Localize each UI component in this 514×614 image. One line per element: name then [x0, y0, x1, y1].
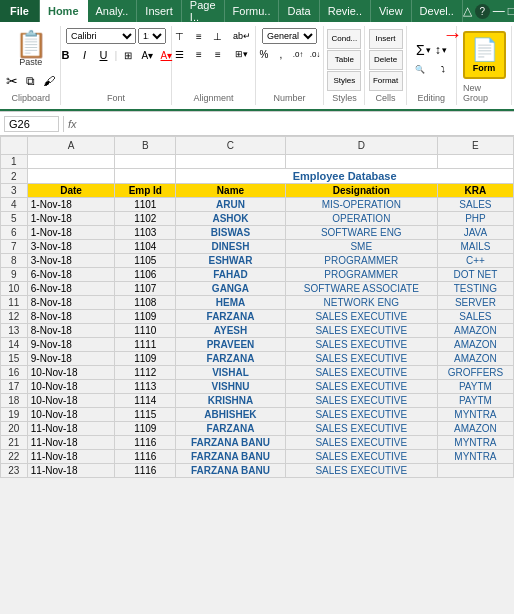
cell-id-23[interactable]: 1116: [115, 464, 176, 478]
cell-id-16[interactable]: 1112: [115, 366, 176, 380]
cell-id-11[interactable]: 1108: [115, 296, 176, 310]
cell-desig-13[interactable]: SALES EXECUTIVE: [285, 324, 437, 338]
cell-id-12[interactable]: 1109: [115, 310, 176, 324]
cell-name-23[interactable]: FARZANA BANU: [176, 464, 286, 478]
cell-id-14[interactable]: 1111: [115, 338, 176, 352]
cell-date-19[interactable]: 10-Nov-18: [27, 408, 115, 422]
cell-id-5[interactable]: 1102: [115, 212, 176, 226]
cell-date-17[interactable]: 10-Nov-18: [27, 380, 115, 394]
cell-date-7[interactable]: 3-Nov-18: [27, 240, 115, 254]
cell-id-7[interactable]: 1104: [115, 240, 176, 254]
cell-c1[interactable]: [176, 155, 286, 169]
font-size-select[interactable]: 11: [138, 28, 166, 44]
cell-name-14[interactable]: PRAVEEN: [176, 338, 286, 352]
cell-name-7[interactable]: DINESH: [176, 240, 286, 254]
align-middle-button[interactable]: ≡: [190, 28, 208, 44]
cell-desig-15[interactable]: SALES EXECUTIVE: [285, 352, 437, 366]
cell-date-4[interactable]: 1-Nov-18: [27, 198, 115, 212]
cell-date-21[interactable]: 11-Nov-18: [27, 436, 115, 450]
bold-button[interactable]: B: [56, 46, 74, 64]
cell-desig-8[interactable]: PROGRAMMER: [285, 254, 437, 268]
cell-name-4[interactable]: ARUN: [176, 198, 286, 212]
tab-review[interactable]: Revie..: [320, 0, 371, 22]
cell-kra-12[interactable]: SALES: [437, 310, 513, 324]
italic-button[interactable]: I: [75, 46, 93, 64]
paste-button[interactable]: 📋 Paste: [10, 28, 52, 70]
cell-id-17[interactable]: 1113: [115, 380, 176, 394]
underline-button[interactable]: U: [94, 46, 112, 64]
cell-desig-5[interactable]: OPERATION: [285, 212, 437, 226]
cell-kra-5[interactable]: PHP: [437, 212, 513, 226]
cell-date-8[interactable]: 3-Nov-18: [27, 254, 115, 268]
decrease-decimal-button[interactable]: .0↓: [307, 46, 323, 62]
ribbon-icon-minimize[interactable]: —: [493, 4, 505, 18]
border-button[interactable]: ⊞: [119, 46, 137, 64]
align-right-button[interactable]: ≡: [209, 46, 227, 62]
cell-id-4[interactable]: 1101: [115, 198, 176, 212]
header-date[interactable]: Date: [27, 184, 115, 198]
cell-id-19[interactable]: 1115: [115, 408, 176, 422]
cell-a2[interactable]: [27, 169, 115, 184]
col-header-d[interactable]: D: [285, 137, 437, 155]
cell-name-15[interactable]: FARZANA: [176, 352, 286, 366]
cell-name-16[interactable]: VISHAL: [176, 366, 286, 380]
cell-kra-8[interactable]: C++: [437, 254, 513, 268]
cell-d1[interactable]: [285, 155, 437, 169]
cell-kra-7[interactable]: MAILS: [437, 240, 513, 254]
cell-kra-4[interactable]: SALES: [437, 198, 513, 212]
tab-data[interactable]: Data: [279, 0, 319, 22]
cell-name-21[interactable]: FARZANA BANU: [176, 436, 286, 450]
cell-id-22[interactable]: 1116: [115, 450, 176, 464]
cell-id-13[interactable]: 1110: [115, 324, 176, 338]
cell-kra-14[interactable]: AMAZON: [437, 338, 513, 352]
col-header-a[interactable]: A: [27, 137, 115, 155]
cell-name-22[interactable]: FARZANA BANU: [176, 450, 286, 464]
align-top-button[interactable]: ⊤: [171, 28, 189, 44]
header-kra[interactable]: KRA: [437, 184, 513, 198]
header-empid[interactable]: Emp Id: [115, 184, 176, 198]
cell-name-10[interactable]: GANGA: [176, 282, 286, 296]
fill-color-button[interactable]: A▾: [138, 46, 156, 64]
format-cells-button[interactable]: Format: [369, 71, 403, 91]
cell-name-6[interactable]: BISWAS: [176, 226, 286, 240]
delete-cells-button[interactable]: Delete: [369, 50, 403, 70]
comma-button[interactable]: ,: [273, 46, 289, 62]
tab-view[interactable]: View: [371, 0, 412, 22]
align-bottom-button[interactable]: ⊥: [209, 28, 227, 44]
cell-date-23[interactable]: 11-Nov-18: [27, 464, 115, 478]
cell-desig-9[interactable]: PROGRAMMER: [285, 268, 437, 282]
cell-kra-11[interactable]: SERVER: [437, 296, 513, 310]
formula-input[interactable]: [81, 118, 510, 130]
cell-name-8[interactable]: ESHWAR: [176, 254, 286, 268]
cell-styles-button[interactable]: Styles: [327, 71, 361, 91]
cell-date-5[interactable]: 1-Nov-18: [27, 212, 115, 226]
cell-id-15[interactable]: 1109: [115, 352, 176, 366]
font-family-select[interactable]: Calibri: [66, 28, 136, 44]
cell-desig-6[interactable]: SOFTWARE ENG: [285, 226, 437, 240]
ribbon-icon-question[interactable]: ?: [475, 4, 490, 19]
cell-desig-4[interactable]: MIS-OPERATION: [285, 198, 437, 212]
header-designation[interactable]: Designation: [285, 184, 437, 198]
cell-kra-20[interactable]: AMAZON: [437, 422, 513, 436]
cell-kra-17[interactable]: PAYTM: [437, 380, 513, 394]
ribbon-icon-help[interactable]: △: [463, 4, 472, 18]
cell-desig-23[interactable]: SALES EXECUTIVE: [285, 464, 437, 478]
cell-id-8[interactable]: 1105: [115, 254, 176, 268]
cell-id-21[interactable]: 1116: [115, 436, 176, 450]
cell-kra-10[interactable]: TESTING: [437, 282, 513, 296]
cell-name-18[interactable]: KRISHNA: [176, 394, 286, 408]
cell-desig-22[interactable]: SALES EXECUTIVE: [285, 450, 437, 464]
header-name[interactable]: Name: [176, 184, 286, 198]
cell-kra-15[interactable]: AMAZON: [437, 352, 513, 366]
cell-e1[interactable]: [437, 155, 513, 169]
cell-desig-21[interactable]: SALES EXECUTIVE: [285, 436, 437, 450]
col-header-c[interactable]: C: [176, 137, 286, 155]
cell-id-10[interactable]: 1107: [115, 282, 176, 296]
cell-date-18[interactable]: 10-Nov-18: [27, 394, 115, 408]
format-table-button[interactable]: Table: [327, 50, 361, 70]
cell-kra-13[interactable]: AMAZON: [437, 324, 513, 338]
ribbon-icon-restore[interactable]: □: [508, 4, 514, 18]
tab-analyze[interactable]: Analy..: [88, 0, 138, 22]
cell-b1[interactable]: [115, 155, 176, 169]
cell-name-9[interactable]: FAHAD: [176, 268, 286, 282]
